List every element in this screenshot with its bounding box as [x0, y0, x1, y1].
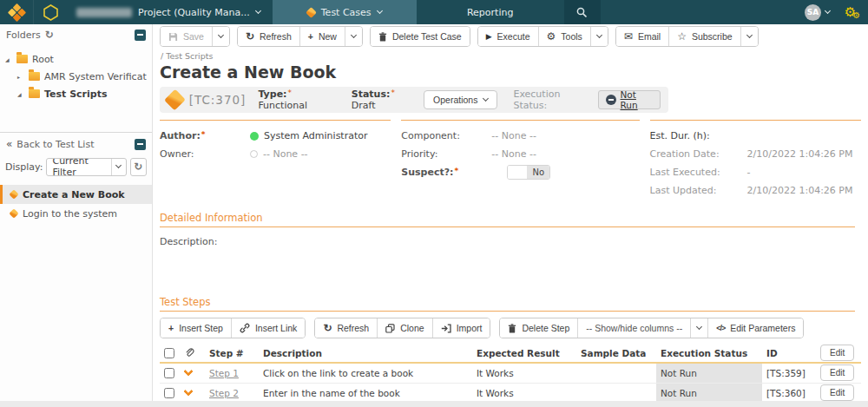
- test-list-panel: « Back to Test List Display: Current Fil…: [0, 132, 152, 407]
- admin-settings-button[interactable]: ⚙ ⚙: [837, 0, 868, 24]
- project-selector[interactable]: Project (Quality Mana...: [68, 0, 273, 24]
- edit-button[interactable]: Edit: [820, 384, 854, 401]
- back-to-test-list[interactable]: « Back to Test List: [0, 133, 152, 155]
- expected-cell[interactable]: It Works: [472, 363, 576, 383]
- execution-status-chip[interactable]: Not Run: [598, 90, 661, 109]
- tab-test-cases[interactable]: Test Cases: [273, 0, 417, 24]
- chevron-down-icon[interactable]: [111, 159, 126, 175]
- est-dur-field: Est. Dur. (h):: [650, 127, 861, 145]
- delete-step-button[interactable]: Delete Step: [500, 318, 577, 338]
- refresh-button[interactable]: ↻ Refresh: [238, 27, 299, 46]
- status-value: Draft: [352, 100, 376, 111]
- edit-parameters-button[interactable]: </> Edit Parameters: [707, 318, 803, 338]
- description-cell[interactable]: Click on the link to create a book: [259, 363, 472, 383]
- sample-cell[interactable]: [576, 363, 656, 383]
- row-checkbox[interactable]: [164, 388, 174, 398]
- new-dropdown-button[interactable]: [345, 27, 362, 46]
- folders-title: Folders: [6, 30, 41, 41]
- breadcrumb[interactable]: / Test Scripts: [161, 51, 860, 61]
- column-header-expected[interactable]: Expected Result: [472, 344, 576, 363]
- row-checkbox[interactable]: [164, 368, 174, 378]
- column-header-sample[interactable]: Sample Data: [576, 344, 656, 363]
- subscribe-button[interactable]: ☆ Subscribe: [668, 27, 740, 46]
- column-header-id[interactable]: ID: [762, 344, 816, 363]
- id-cell: [TS:359]: [762, 363, 816, 383]
- tools-dropdown-button[interactable]: [590, 27, 608, 46]
- type-field: Type:* Functional: [258, 89, 337, 111]
- description-cell[interactable]: Enter in the name of the book: [259, 383, 472, 403]
- refresh-icon[interactable]: ↻: [45, 30, 54, 40]
- delete-test-case-button[interactable]: Delete Test Case: [371, 27, 470, 46]
- operations-button[interactable]: Operations: [424, 90, 497, 109]
- section-test-steps: Test Steps: [160, 296, 855, 312]
- refresh-filter-button[interactable]: ↻: [130, 158, 147, 176]
- refresh-icon: ↻: [323, 323, 332, 333]
- sidebar: Folders ↻ ◢ Root ▸ AMR System Verificati…: [0, 24, 153, 407]
- clone-button[interactable]: Clone: [377, 318, 431, 338]
- test-step-chevron-icon: [183, 366, 193, 376]
- filter-select[interactable]: Current Filter: [46, 158, 126, 176]
- description-label: Description:: [160, 236, 861, 247]
- tree-node-label: Test Scripts: [44, 89, 107, 100]
- column-header-description[interactable]: Description: [259, 344, 472, 363]
- step-link[interactable]: Step 1: [209, 368, 239, 378]
- search-button[interactable]: [564, 0, 601, 24]
- workspace-hexagon-icon[interactable]: [33, 0, 68, 24]
- column-header-step[interactable]: Step #: [205, 344, 259, 363]
- show-hide-columns-select[interactable]: -- Show/hide columns --: [577, 318, 690, 338]
- tree-closed-icon[interactable]: ▸: [17, 74, 24, 80]
- folder-tree: ◢ Root ▸ AMR System Verification test p …: [0, 45, 152, 101]
- tree-open-icon[interactable]: ◢: [5, 56, 12, 62]
- collapse-panel-button[interactable]: [135, 139, 146, 150]
- email-button[interactable]: ✉ Email: [616, 27, 668, 46]
- tree-node-amr[interactable]: ▸ AMR System Verification test p: [5, 69, 147, 83]
- back-to-test-list-label: Back to Test List: [16, 139, 94, 150]
- subscribe-dropdown-button[interactable]: [740, 27, 758, 46]
- tree-open-icon[interactable]: ◢: [17, 91, 24, 97]
- new-button[interactable]: + New: [299, 27, 345, 46]
- column-header-exec[interactable]: Execution Status: [656, 344, 762, 363]
- edit-button[interactable]: Edit: [820, 345, 854, 361]
- user-menu[interactable]: SA: [805, 0, 837, 24]
- select-all-checkbox[interactable]: [164, 348, 174, 358]
- tools-button[interactable]: ⚙ Tools: [538, 27, 590, 46]
- search-icon: [576, 7, 588, 18]
- delete-group: Delete Test Case: [370, 26, 470, 47]
- sample-cell[interactable]: [576, 383, 656, 403]
- test-steps-table: Step # Description Expected Result Sampl…: [160, 344, 861, 407]
- owner-value[interactable]: -- None --: [250, 148, 308, 160]
- tree-node-test-scripts[interactable]: ◢ Test Scripts: [5, 87, 147, 101]
- execute-button[interactable]: ▶ Execute: [478, 27, 538, 46]
- type-value[interactable]: Functional: [258, 100, 307, 111]
- expected-cell[interactable]: It Works: [472, 383, 576, 403]
- step-link[interactable]: Step 2: [209, 388, 239, 398]
- list-item-create-a-new-book[interactable]: Create a New Book: [0, 185, 152, 204]
- save-dropdown-button[interactable]: [212, 27, 229, 46]
- folders-panel-header: Folders ↻: [0, 24, 152, 45]
- collapse-panel-button[interactable]: [135, 30, 146, 41]
- priority-value[interactable]: -- None --: [491, 148, 536, 160]
- app-logo[interactable]: [0, 0, 33, 24]
- show-hide-columns-dropdown-button[interactable]: [690, 318, 707, 338]
- chevron-down-icon: [483, 95, 489, 101]
- tree-node-root[interactable]: ◢ Root: [5, 52, 147, 66]
- description-empty-area[interactable]: [153, 247, 868, 284]
- edit-button[interactable]: Edit: [820, 364, 854, 381]
- import-button[interactable]: Import: [432, 318, 490, 338]
- redacted-project-name: [76, 8, 132, 17]
- insert-step-button[interactable]: + Insert Step: [161, 318, 231, 338]
- mail-icon: ✉: [624, 30, 633, 43]
- hexagon-icon: [43, 4, 58, 21]
- component-value[interactable]: -- None --: [491, 130, 536, 141]
- tab-reporting[interactable]: Reporting: [417, 0, 564, 24]
- insert-link-button[interactable]: Insert Link: [231, 318, 305, 338]
- suspect-toggle[interactable]: No: [507, 165, 550, 180]
- chevron-down-icon: [746, 31, 753, 37]
- steps-refresh-button[interactable]: ↻ Refresh: [315, 318, 377, 338]
- list-item-login-to-the-system[interactable]: Login to the system: [0, 204, 152, 223]
- top-navbar: Project (Quality Mana... Test Cases Repo…: [0, 0, 868, 24]
- author-value[interactable]: System Administrator: [250, 130, 368, 141]
- refresh-new-group: ↻ Refresh + New: [237, 26, 363, 47]
- component-label: Component:: [401, 130, 491, 141]
- save-button[interactable]: Save: [161, 27, 212, 46]
